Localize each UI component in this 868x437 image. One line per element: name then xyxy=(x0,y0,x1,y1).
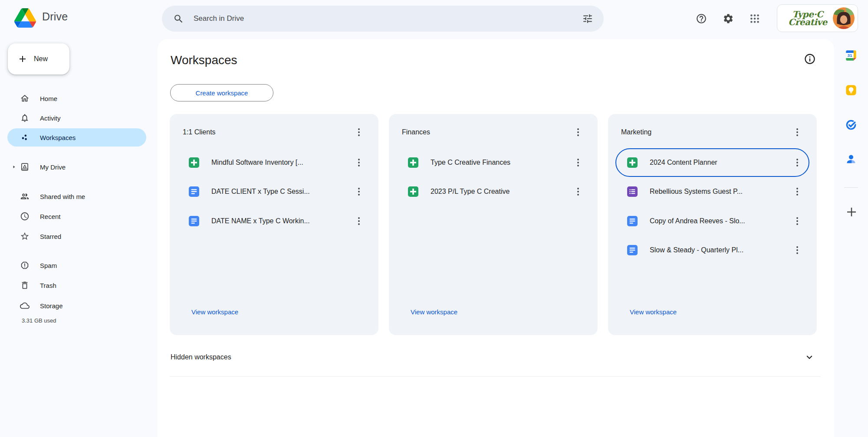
help-icon[interactable] xyxy=(694,11,709,26)
new-button-label: New xyxy=(34,55,48,63)
gear-icon[interactable] xyxy=(720,11,736,26)
sidebar-item-spam[interactable]: Spam xyxy=(7,256,146,274)
file-name: Slow & Steady - Quarterly Pl... xyxy=(650,246,743,254)
sheet-file-icon xyxy=(408,186,418,197)
kebab-icon[interactable] xyxy=(792,216,802,226)
sidebar-item-home[interactable]: Home xyxy=(7,89,146,108)
file-name: Type C Creative Finances xyxy=(431,159,510,166)
side-panel-divider xyxy=(844,187,858,188)
doc-file-icon xyxy=(627,216,638,226)
sidebar-item-activity[interactable]: Activity xyxy=(7,109,146,127)
file-row-selected[interactable]: 2024 Content Planner xyxy=(615,148,809,177)
side-panel: 31 xyxy=(834,39,868,437)
clock-icon xyxy=(20,212,30,221)
storage-used-label: 3.31 GB used xyxy=(22,317,56,324)
kebab-icon[interactable] xyxy=(573,157,583,168)
keep-icon[interactable] xyxy=(845,84,857,96)
view-workspace-link[interactable]: View workspace xyxy=(191,308,238,316)
workspace-name: Finances xyxy=(402,128,430,136)
file-name: DATE NAME x Type C Workin... xyxy=(211,217,310,225)
workspaces-icon xyxy=(20,133,30,142)
form-file-icon xyxy=(627,186,638,197)
kebab-icon[interactable] xyxy=(354,157,364,168)
search-input[interactable] xyxy=(194,14,582,23)
page-title: Workspaces xyxy=(171,53,237,67)
caret-right-icon[interactable] xyxy=(11,164,16,170)
kebab-icon[interactable] xyxy=(792,186,802,197)
sheet-file-icon xyxy=(408,157,418,168)
spam-icon xyxy=(20,261,30,270)
workspace-card: Finances Type C Creative Finances 2023 P… xyxy=(389,114,598,335)
doc-file-icon xyxy=(189,216,199,226)
sheet-file-icon xyxy=(189,157,199,168)
kebab-icon[interactable] xyxy=(792,127,802,137)
file-name: Mindful Software Inventory [... xyxy=(211,159,303,166)
file-row[interactable]: Type C Creative Finances xyxy=(396,148,590,177)
my-drive-icon xyxy=(20,162,30,172)
sidebar-item-starred[interactable]: Starred xyxy=(7,227,146,245)
file-row[interactable]: Copy of Andrea Reeves - Slo... xyxy=(615,207,809,235)
info-icon[interactable] xyxy=(804,53,816,65)
contacts-icon[interactable] xyxy=(845,153,857,165)
file-name: Copy of Andrea Reeves - Slo... xyxy=(650,217,745,225)
view-workspace-link[interactable]: View workspace xyxy=(630,308,677,316)
file-row[interactable]: Rebellious Systems Guest P... xyxy=(615,177,809,206)
add-icon[interactable] xyxy=(845,205,858,218)
avatar[interactable] xyxy=(833,7,855,29)
drive-logo-icon xyxy=(14,8,36,28)
kebab-icon[interactable] xyxy=(792,157,802,168)
star-icon xyxy=(20,232,30,241)
sidebar-item-my-drive[interactable]: My Drive xyxy=(7,158,146,176)
file-name: Rebellious Systems Guest P... xyxy=(650,188,743,196)
sidebar-item-shared-with-me[interactable]: Shared with me xyxy=(7,187,146,205)
kebab-icon[interactable] xyxy=(573,127,583,137)
hidden-workspaces-label[interactable]: Hidden workspaces xyxy=(171,353,231,361)
file-name: 2023 P/L Type C Creative xyxy=(431,188,510,196)
sidebar-item-workspaces[interactable]: Workspaces xyxy=(7,128,146,147)
workspace-card: Marketing 2024 Content Planner Rebelliou… xyxy=(608,114,817,335)
apps-grid-icon[interactable] xyxy=(747,11,763,26)
people-icon xyxy=(20,192,30,201)
svg-text:31: 31 xyxy=(848,53,853,58)
kebab-icon[interactable] xyxy=(573,186,583,197)
file-row[interactable]: Mindful Software Inventory [... xyxy=(177,148,371,177)
file-row[interactable]: Slow & Steady - Quarterly Pl... xyxy=(615,236,809,264)
search-bar[interactable] xyxy=(162,6,604,32)
doc-file-icon xyxy=(189,186,199,197)
file-row[interactable]: DATE NAME x Type C Workin... xyxy=(177,207,371,235)
cloud-icon xyxy=(20,301,30,310)
tasks-icon[interactable] xyxy=(845,119,857,131)
search-filters-icon[interactable] xyxy=(582,13,593,24)
new-button[interactable]: New xyxy=(8,43,69,75)
sidebar-item-recent[interactable]: Recent xyxy=(7,207,146,225)
workspace-name: 1:1 Clients xyxy=(183,128,216,136)
main-panel: Workspaces Create workspace 1:1 Clients … xyxy=(158,39,834,437)
sidebar-item-trash[interactable]: Trash xyxy=(7,276,146,294)
sheet-file-icon xyxy=(627,157,638,168)
file-row[interactable]: DATE CLIENT x Type C Sessi... xyxy=(177,177,371,206)
kebab-icon[interactable] xyxy=(354,127,364,137)
create-workspace-button[interactable]: Create workspace xyxy=(170,84,273,101)
account-chip[interactable]: Type·C Creative xyxy=(777,4,858,32)
file-row[interactable]: 2023 P/L Type C Creative xyxy=(396,177,590,206)
trash-icon xyxy=(20,280,30,290)
kebab-icon[interactable] xyxy=(354,186,364,197)
file-name: DATE CLIENT x Type C Sessi... xyxy=(211,188,310,196)
bell-icon xyxy=(20,113,30,123)
chevron-down-icon[interactable] xyxy=(804,352,815,363)
file-name: 2024 Content Planner xyxy=(650,159,717,166)
kebab-icon[interactable] xyxy=(354,216,364,226)
divider xyxy=(170,376,821,377)
sidebar-item-storage[interactable]: Storage xyxy=(7,297,146,315)
home-icon xyxy=(20,94,30,103)
sidebar: New Home Activity Workspaces My Drive Sh… xyxy=(0,39,158,437)
workspace-card: 1:1 Clients Mindful Software Inventory [… xyxy=(170,114,378,335)
workspace-name: Marketing xyxy=(621,128,651,136)
kebab-icon[interactable] xyxy=(792,245,802,255)
calendar-icon[interactable]: 31 xyxy=(845,49,857,62)
search-icon[interactable] xyxy=(173,13,184,24)
plus-icon xyxy=(17,54,28,64)
app-title: Drive xyxy=(42,10,68,23)
view-workspace-link[interactable]: View workspace xyxy=(411,308,457,316)
doc-file-icon xyxy=(627,245,638,255)
